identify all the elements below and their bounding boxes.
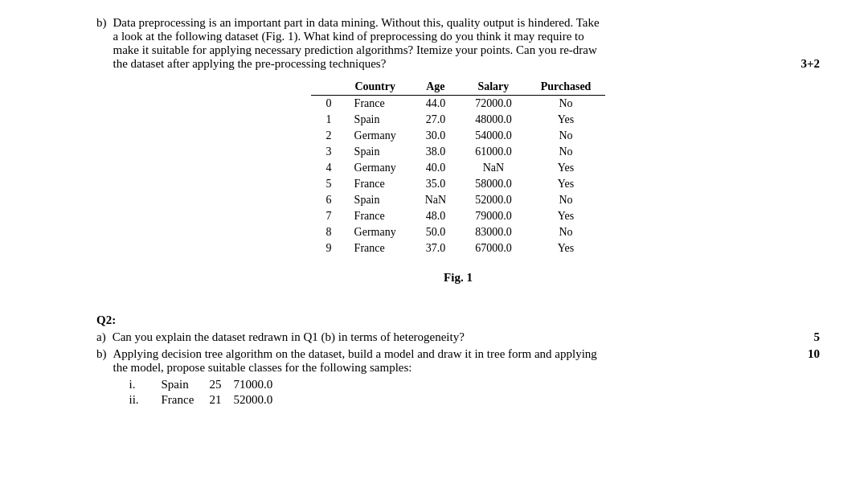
- cell-purchased: Yes: [526, 240, 606, 256]
- samples-section: i. Spain 25 71000.0 ii. France 21 52000.…: [129, 378, 821, 407]
- cell-age: 48.0: [411, 208, 461, 224]
- cell-age: 37.0: [411, 240, 461, 256]
- sample-row-1: i. Spain 25 71000.0: [129, 378, 821, 391]
- cell-salary: 72000.0: [461, 96, 526, 113]
- table-row: 0 France 44.0 72000.0 No: [311, 96, 606, 113]
- table-row: 3 Spain 38.0 61000.0 No: [311, 144, 606, 160]
- question-b: b) Data preprocessing is an important pa…: [96, 16, 820, 297]
- cell-salary: 48000.0: [461, 112, 526, 128]
- cell-purchased: No: [526, 224, 606, 240]
- dataset-table-container: Country Age Salary Purchased 0 France 44…: [96, 79, 820, 256]
- cell-index: 4: [311, 160, 340, 176]
- q2-label: Q2:: [96, 314, 820, 327]
- cell-country: Germany: [340, 160, 411, 176]
- q2-section: Q2: a) Can you explain the dataset redra…: [96, 314, 820, 408]
- sample-1-salary: 71000.0: [234, 378, 298, 391]
- q2-b-line1: Applying decision tree algorithm on the …: [113, 347, 597, 361]
- sample-1-country: Spain: [162, 378, 210, 391]
- cell-index: 6: [311, 192, 340, 208]
- question-b-label: b): [96, 16, 107, 30]
- sample-2-age: 21: [210, 393, 234, 407]
- question-b-line4: the dataset after applying the pre-proce…: [113, 57, 387, 71]
- q2-b-marks: 10: [808, 347, 820, 361]
- cell-salary: 61000.0: [461, 144, 526, 160]
- q2-b-line2: the model, propose suitable classes for …: [113, 361, 821, 375]
- cell-salary: 83000.0: [461, 224, 526, 240]
- question-b-text: Data preprocessing is an important part …: [113, 16, 821, 71]
- cell-index: 5: [311, 176, 340, 192]
- col-header-index: [311, 79, 340, 96]
- table-row: 4 Germany 40.0 NaN Yes: [311, 160, 606, 176]
- cell-age: 30.0: [411, 128, 461, 144]
- cell-purchased: No: [526, 144, 606, 160]
- cell-purchased: No: [526, 96, 606, 113]
- cell-salary: 54000.0: [461, 128, 526, 144]
- q2-b-text: Applying decision tree algorithm on the …: [113, 347, 821, 408]
- cell-salary: 67000.0: [461, 240, 526, 256]
- q2-a-marks: 5: [814, 330, 821, 344]
- cell-purchased: Yes: [526, 160, 606, 176]
- cell-age: 50.0: [411, 224, 461, 240]
- sample-2-label: ii.: [129, 393, 162, 407]
- cell-age: NaN: [411, 192, 461, 208]
- fig-caption: Fig. 1: [96, 271, 820, 285]
- cell-country: Spain: [340, 144, 411, 160]
- sample-1-label: i.: [129, 378, 162, 391]
- cell-purchased: Yes: [526, 112, 606, 128]
- cell-purchased: No: [526, 128, 606, 144]
- table-row: 8 Germany 50.0 83000.0 No: [311, 224, 606, 240]
- question-b-marks: 3+2: [800, 57, 820, 71]
- cell-salary: 52000.0: [461, 192, 526, 208]
- cell-country: France: [340, 176, 411, 192]
- cell-index: 9: [311, 240, 340, 256]
- q2-part-b: b) Applying decision tree algorithm on t…: [96, 347, 820, 408]
- cell-country: France: [340, 96, 411, 113]
- cell-country: Germany: [340, 128, 411, 144]
- cell-index: 3: [311, 144, 340, 160]
- cell-age: 35.0: [411, 176, 461, 192]
- cell-purchased: Yes: [526, 208, 606, 224]
- q2-part-a: a) Can you explain the dataset redrawn i…: [96, 330, 820, 344]
- sample-2-salary: 52000.0: [234, 393, 298, 407]
- cell-country: Spain: [340, 112, 411, 128]
- table-header-row: Country Age Salary Purchased: [311, 79, 606, 96]
- col-header-purchased: Purchased: [526, 79, 606, 96]
- cell-index: 2: [311, 128, 340, 144]
- cell-index: 1: [311, 112, 340, 128]
- table-row: 1 Spain 27.0 48000.0 Yes: [311, 112, 606, 128]
- cell-country: France: [340, 240, 411, 256]
- col-header-age: Age: [411, 79, 461, 96]
- q2-a-text: Can you explain the dataset redrawn in Q…: [113, 330, 820, 344]
- cell-country: Germany: [340, 224, 411, 240]
- question-b-line3: make it suitable for applying necessary …: [113, 43, 821, 57]
- table-row: 7 France 48.0 79000.0 Yes: [311, 208, 606, 224]
- table-row: 9 France 37.0 67000.0 Yes: [311, 240, 606, 256]
- cell-country: France: [340, 208, 411, 224]
- question-b-line1: Data preprocessing is an important part …: [113, 16, 821, 30]
- sample-2-country: France: [162, 393, 210, 407]
- cell-purchased: Yes: [526, 176, 606, 192]
- cell-index: 7: [311, 208, 340, 224]
- cell-country: Spain: [340, 192, 411, 208]
- cell-salary: NaN: [461, 160, 526, 176]
- question-b-line2: a look at the following dataset (Fig. 1)…: [113, 30, 821, 43]
- cell-age: 40.0: [411, 160, 461, 176]
- dataset-table: Country Age Salary Purchased 0 France 44…: [311, 79, 606, 256]
- q2-a-content: Can you explain the dataset redrawn in Q…: [113, 330, 465, 344]
- cell-purchased: No: [526, 192, 606, 208]
- col-header-salary: Salary: [461, 79, 526, 96]
- sample-1-age: 25: [210, 378, 234, 391]
- cell-index: 8: [311, 224, 340, 240]
- table-row: 5 France 35.0 58000.0 Yes: [311, 176, 606, 192]
- col-header-country: Country: [340, 79, 411, 96]
- sample-row-2: ii. France 21 52000.0: [129, 393, 821, 407]
- table-row: 6 Spain NaN 52000.0 No: [311, 192, 606, 208]
- q2-b-label: b): [96, 347, 107, 408]
- cell-salary: 79000.0: [461, 208, 526, 224]
- cell-salary: 58000.0: [461, 176, 526, 192]
- table-row: 2 Germany 30.0 54000.0 No: [311, 128, 606, 144]
- q2-a-label: a): [96, 330, 106, 344]
- cell-index: 0: [311, 96, 340, 113]
- cell-age: 27.0: [411, 112, 461, 128]
- cell-age: 44.0: [411, 96, 461, 113]
